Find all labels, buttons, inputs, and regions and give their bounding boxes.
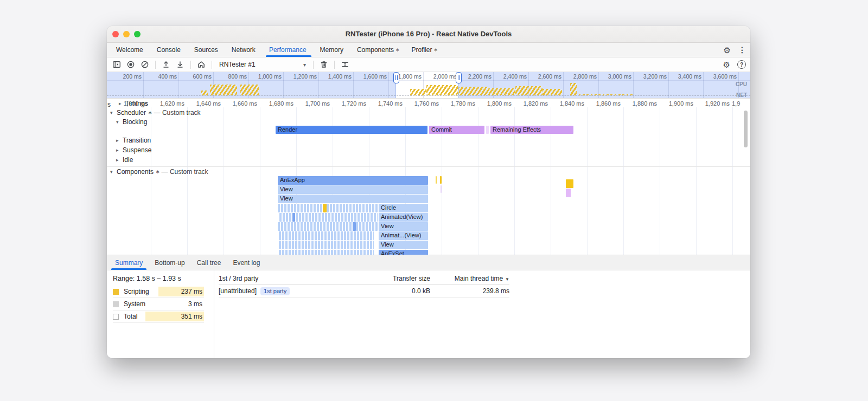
selection-right-handle[interactable] [456, 72, 462, 83]
cpu-activity-segment [570, 83, 577, 95]
help-icon[interactable]: ? [737, 60, 746, 69]
transfer-size-column-header[interactable]: Transfer size [365, 275, 430, 282]
toolbar-separator [155, 61, 156, 69]
track-label[interactable]: ▸ Transition [116, 136, 155, 144]
overview-label-rule [107, 80, 750, 81]
disclosure-triangle-icon[interactable]: ▸ [116, 147, 123, 153]
flame-bar[interactable] [323, 204, 327, 212]
panel-tab[interactable]: Welcome [110, 43, 151, 57]
details-tab[interactable]: Bottom-up [149, 255, 190, 270]
panel-tabbar: Welcome Console Sources Network Performa… [107, 43, 750, 57]
cpu-lane-label: CPU [736, 81, 747, 87]
devtools-window: RNTester (iPhone 16 Pro) - React Native … [107, 26, 750, 358]
flame-bar[interactable]: AnExApp [278, 176, 428, 185]
vertical-scrollbar-thumb[interactable] [744, 111, 748, 147]
disclosure-triangle-icon[interactable]: ▾ [116, 119, 123, 125]
disclosure-triangle-icon[interactable]: ▸ [119, 101, 125, 106]
target-selector-dropdown[interactable]: RNTester #1 ▾ [216, 59, 309, 70]
flame-bar[interactable] [436, 176, 437, 184]
track-label[interactable]: ▸ Idle [116, 156, 137, 164]
cpu-activity-segment [426, 85, 458, 95]
party-column-header[interactable]: 1st / 3rd party [219, 275, 365, 282]
panel-tab-label: Welcome [116, 46, 143, 54]
flame-bar[interactable] [279, 241, 374, 249]
flame-bar[interactable] [279, 231, 374, 240]
cpu-activity-segment [515, 86, 542, 95]
flame-bar[interactable] [566, 189, 571, 197]
selection-left-handle[interactable] [393, 72, 399, 83]
flame-bar[interactable]: Render [276, 126, 427, 134]
flame-bar[interactable] [566, 179, 573, 188]
details-tabbar: Summary Bottom-up Call tree Event log [107, 255, 750, 270]
clear-icon[interactable] [138, 59, 151, 70]
flame-bar[interactable]: Commit [429, 126, 484, 134]
flame-bar[interactable] [278, 222, 378, 231]
panel-tab[interactable]: Console [151, 43, 188, 57]
cpu-activity-segment [240, 85, 259, 95]
flame-bar[interactable]: AnExSet [379, 250, 428, 255]
more-options-kebab-icon[interactable]: ⋮ [738, 46, 746, 54]
panel-tab[interactable]: Memory [314, 43, 351, 57]
panel-tab-label: Performance [269, 46, 307, 54]
collect-garbage-icon[interactable] [317, 59, 330, 70]
home-icon[interactable] [195, 59, 208, 70]
panel-tab[interactable]: Performance [263, 43, 314, 57]
main-thread-time-column-header[interactable]: Main thread time▼ [430, 275, 509, 282]
flame-bar[interactable]: Remaining Effects [490, 126, 573, 134]
disclosure-triangle-icon[interactable]: ▾ [110, 169, 117, 174]
capture-settings-icon[interactable] [339, 59, 352, 70]
flame-bar[interactable]: View [278, 195, 428, 203]
panel-tab-label: Network [232, 46, 256, 54]
settings-gear-icon[interactable]: ⚙ [724, 46, 731, 54]
net-lane-label: NET [736, 92, 747, 98]
flame-bar[interactable] [292, 213, 295, 222]
track-label[interactable]: ▸ Timings [119, 99, 152, 107]
toggle-sidebar-icon[interactable] [110, 59, 123, 70]
summary-divider [214, 270, 214, 358]
flame-bar[interactable]: Animat...(View) [379, 231, 428, 240]
disclosure-triangle-icon[interactable]: ▸ [116, 138, 123, 143]
legend-swatch [113, 301, 119, 307]
panel-tab[interactable]: Profiler ∗ [406, 43, 444, 57]
panel-tab-label: Console [157, 46, 181, 54]
toolbar-separator [190, 61, 191, 69]
flame-bar[interactable] [440, 176, 442, 184]
flame-bar[interactable] [441, 185, 442, 193]
disclosure-triangle-icon[interactable]: ▾ [110, 110, 117, 115]
flame-bar[interactable] [486, 126, 489, 134]
track-label[interactable]: ▾ Scheduler ∗ — Custom track [110, 108, 201, 117]
legend-swatch [113, 314, 119, 320]
flame-bar[interactable]: View [379, 222, 428, 231]
track-label[interactable]: ▾ Blocking [116, 118, 151, 126]
flame-bar[interactable]: View [379, 241, 428, 249]
cpu-activity-segment [210, 85, 237, 95]
party-table-header: 1st / 3rd party Transfer size Main threa… [219, 273, 509, 285]
details-tab[interactable]: Call tree [191, 255, 227, 270]
titlebar: RNTester (iPhone 16 Pro) - React Native … [107, 26, 750, 43]
flame-bar[interactable] [279, 250, 374, 255]
capture-settings-gear-icon[interactable]: ⚙ [723, 61, 730, 69]
flame-bar[interactable]: View [278, 185, 428, 194]
party-table-row[interactable]: [unattributed]1st party 0.0 kB 239.8 ms [219, 285, 509, 297]
details-tab[interactable]: Summary [109, 255, 149, 270]
flame-bar[interactable] [278, 204, 378, 212]
disclosure-triangle-icon[interactable]: ▸ [116, 157, 123, 163]
first-party-chip: 1st party [260, 287, 290, 295]
cpu-activity-segment [201, 90, 208, 95]
details-tab[interactable]: Event log [227, 255, 266, 270]
track-label[interactable]: ▾ Components ∗ — Custom track [110, 167, 208, 176]
download-profile-icon[interactable] [174, 59, 187, 70]
flame-bar[interactable]: Animated(View) [379, 213, 428, 222]
timeline-overview[interactable]: 200 ms 400 ms 600 ms 800 ms 1,000 ms 1,2… [107, 72, 750, 99]
react-badge-icon: ∗ [434, 47, 438, 53]
panel-tab[interactable]: Components ∗ [351, 43, 406, 57]
track-label[interactable]: ▸ Suspense [116, 146, 155, 154]
record-icon[interactable] [124, 59, 137, 70]
flame-bar[interactable] [353, 222, 356, 231]
panel-tab[interactable]: Network [226, 43, 263, 57]
clipped-track-text: s [107, 101, 111, 108]
flame-chart[interactable]: 1,600 ms 1,620 ms 1,640 ms 1,660 ms 1,68… [107, 99, 750, 255]
panel-tab[interactable]: Sources [188, 43, 226, 57]
upload-profile-icon[interactable] [159, 59, 173, 70]
flame-bar[interactable]: Circle [379, 204, 428, 212]
